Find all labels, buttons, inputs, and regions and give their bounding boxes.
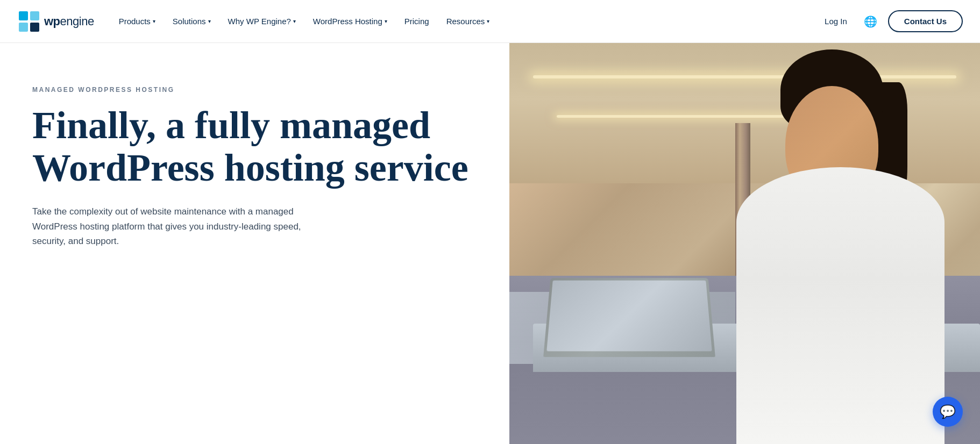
products-chevron: ▾ bbox=[153, 18, 155, 24]
svg-rect-2 bbox=[30, 11, 39, 20]
laptop-screen bbox=[547, 280, 713, 351]
login-button[interactable]: Log In bbox=[818, 12, 854, 30]
nav-pricing[interactable]: Pricing bbox=[397, 12, 437, 30]
hero-section: MANAGED WORDPRESS HOSTING Finally, a ful… bbox=[0, 43, 980, 444]
hero-content: MANAGED WORDPRESS HOSTING Finally, a ful… bbox=[0, 43, 509, 444]
person-body bbox=[736, 167, 945, 444]
globe-icon[interactable]: 🌐 bbox=[862, 13, 879, 30]
chat-bubble-button[interactable]: 💬 bbox=[933, 397, 963, 427]
nav-items: Products ▾ Solutions ▾ Why WP Engine? ▾ … bbox=[111, 12, 818, 30]
contact-us-button[interactable]: Contact Us bbox=[888, 10, 963, 32]
nav-solutions[interactable]: Solutions ▾ bbox=[165, 12, 218, 30]
laptop bbox=[543, 278, 715, 357]
nav-resources[interactable]: Resources ▾ bbox=[439, 12, 498, 30]
navigation: wpengine Products ▾ Solutions ▾ Why WP E… bbox=[0, 0, 980, 43]
logo-icon bbox=[17, 10, 41, 33]
svg-rect-3 bbox=[19, 23, 28, 32]
hosting-chevron: ▾ bbox=[385, 18, 387, 24]
hero-image bbox=[509, 43, 980, 444]
hero-description: Take the complexity out of website maint… bbox=[32, 204, 312, 248]
chat-icon: 💬 bbox=[940, 404, 956, 419]
person bbox=[712, 75, 957, 444]
solutions-chevron: ▾ bbox=[208, 18, 211, 24]
hero-eyebrow: MANAGED WORDPRESS HOSTING bbox=[32, 86, 477, 94]
hero-title: Finally, a fully managed WordPress hosti… bbox=[32, 104, 477, 189]
svg-rect-1 bbox=[19, 11, 28, 20]
nav-products[interactable]: Products ▾ bbox=[111, 12, 163, 30]
hero-image-background bbox=[509, 43, 980, 444]
logo-link[interactable]: wpengine bbox=[17, 10, 94, 33]
nav-right: Log In 🌐 Contact Us bbox=[818, 10, 963, 32]
logo-text: wpengine bbox=[44, 15, 94, 28]
nav-why[interactable]: Why WP Engine? ▾ bbox=[221, 12, 303, 30]
resources-chevron: ▾ bbox=[487, 18, 489, 24]
svg-rect-4 bbox=[30, 23, 39, 32]
nav-hosting[interactable]: WordPress Hosting ▾ bbox=[306, 12, 395, 30]
why-chevron: ▾ bbox=[293, 18, 296, 24]
